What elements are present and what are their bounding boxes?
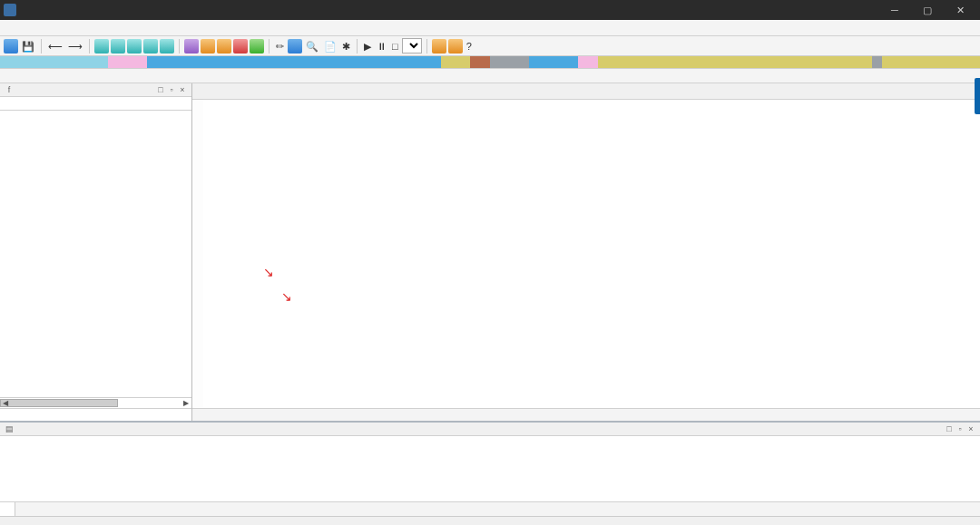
output-maximize-icon[interactable]: ▫	[955, 424, 965, 433]
tool-icon-1[interactable]	[94, 39, 109, 53]
side-rail[interactable]	[975, 78, 980, 114]
pane-undock-icon[interactable]: □	[155, 85, 166, 94]
menubar	[0, 20, 980, 36]
functions-list[interactable]	[0, 111, 191, 397]
output-pin-icon[interactable]: ▤	[4, 424, 15, 433]
cross-icon[interactable]: ✱	[340, 39, 352, 53]
scroll-right-icon[interactable]: ▶	[181, 398, 191, 408]
tool-icon-10[interactable]	[288, 39, 302, 53]
fwd-icon[interactable]: ⟶	[66, 39, 84, 53]
minimize-button[interactable]: ─	[878, 0, 911, 20]
pane-close-icon[interactable]: ×	[177, 85, 188, 94]
scroll-thumb[interactable]	[0, 399, 118, 407]
save-icon[interactable]: 💾	[20, 39, 36, 53]
nav-overview[interactable]	[0, 56, 980, 69]
editor-tabstrip	[192, 83, 980, 100]
pin-icon[interactable]: f	[4, 85, 15, 94]
stop-icon[interactable]: □	[390, 39, 400, 53]
tool-icon-11[interactable]	[432, 39, 446, 53]
help-icon[interactable]: ?	[465, 39, 474, 53]
scroll-left-icon[interactable]: ◀	[0, 398, 11, 408]
play-icon[interactable]: ▶	[362, 39, 373, 53]
search-icon[interactable]: 🔍	[304, 39, 320, 53]
pause-icon[interactable]: ⏸	[375, 39, 388, 53]
back-icon[interactable]: ⟵	[46, 39, 64, 53]
output-close-icon[interactable]: ×	[965, 424, 976, 433]
legend	[0, 69, 980, 83]
tool-icon-8[interactable]	[217, 39, 231, 53]
tool-icon-12[interactable]	[448, 39, 463, 53]
functions-pane: f □ ▫ × ◀ ▶	[0, 83, 192, 421]
functions-status	[0, 408, 191, 421]
code-status	[192, 408, 980, 421]
editor-pane: ↘ ↘	[192, 83, 980, 421]
tool-icon-6[interactable]	[184, 39, 199, 53]
text-icon[interactable]: ✏	[274, 39, 286, 53]
tool-icon-7[interactable]	[201, 39, 215, 53]
debugger-select[interactable]	[402, 38, 422, 53]
code-view[interactable]: ↘ ↘	[192, 100, 980, 408]
open-icon[interactable]	[4, 39, 18, 53]
functions-pane-title: f □ ▫ ×	[0, 83, 191, 97]
run-icon[interactable]	[250, 39, 264, 53]
functions-header[interactable]	[0, 97, 191, 111]
tool-icon-2[interactable]	[111, 39, 125, 53]
output-undock-icon[interactable]: □	[944, 424, 955, 433]
tool-icon-5[interactable]	[160, 39, 174, 53]
output-pane: ▤ □ ▫ ×	[0, 421, 980, 516]
tool-icon-9[interactable]	[233, 39, 248, 53]
titlebar: ─ ▢ ✕	[0, 0, 980, 20]
output-body[interactable]	[0, 436, 980, 501]
close-button[interactable]: ✕	[944, 0, 976, 20]
output-tab-python[interactable]	[0, 502, 15, 516]
tool-icon-3[interactable]	[127, 39, 142, 53]
script-icon[interactable]: 📄	[322, 39, 338, 53]
app-icon	[4, 4, 16, 16]
statusbar	[0, 516, 980, 525]
pane-maximize-icon[interactable]: ▫	[166, 85, 177, 94]
toolbar: 💾 ⟵ ⟶ ✏ 🔍 📄 ✱ ▶ ⏸ □ ?	[0, 36, 980, 56]
maximize-button[interactable]: ▢	[911, 0, 944, 20]
functions-hscroll[interactable]: ◀ ▶	[0, 397, 191, 408]
tool-icon-4[interactable]	[143, 39, 158, 53]
